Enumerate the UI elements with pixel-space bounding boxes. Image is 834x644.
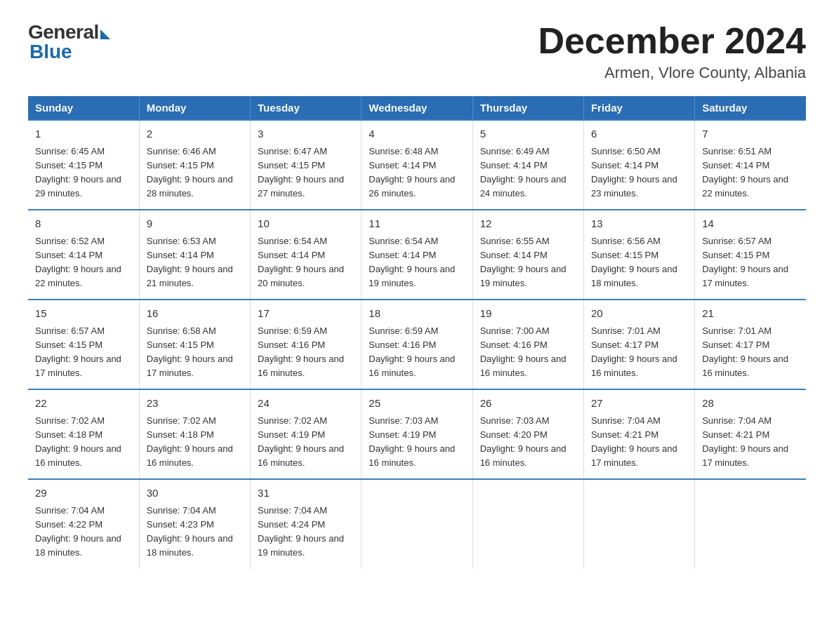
day-number: 27: [591, 396, 687, 412]
day-number: 18: [369, 306, 465, 322]
day-info: Sunrise: 6:59 AMSunset: 4:16 PMDaylight:…: [369, 324, 465, 381]
day-number: 6: [591, 126, 687, 142]
calendar-cell: [695, 479, 806, 568]
header-wednesday: Wednesday: [362, 96, 472, 120]
calendar-cell: 4Sunrise: 6:48 AMSunset: 4:14 PMDaylight…: [362, 120, 472, 210]
day-number: 11: [369, 216, 465, 232]
day-info: Sunrise: 7:03 AMSunset: 4:20 PMDaylight:…: [480, 414, 576, 471]
day-info: Sunrise: 6:57 AMSunset: 4:15 PMDaylight:…: [35, 324, 132, 381]
day-info: Sunrise: 7:04 AMSunset: 4:21 PMDaylight:…: [702, 414, 799, 471]
day-info: Sunrise: 6:51 AMSunset: 4:14 PMDaylight:…: [702, 145, 799, 201]
calendar-cell: 13Sunrise: 6:56 AMSunset: 4:15 PMDayligh…: [583, 210, 694, 300]
calendar-cell: [472, 479, 583, 568]
day-info: Sunrise: 7:02 AMSunset: 4:18 PMDaylight:…: [35, 414, 132, 471]
calendar-cell: 19Sunrise: 7:00 AMSunset: 4:16 PMDayligh…: [472, 300, 583, 389]
calendar-cell: 24Sunrise: 7:02 AMSunset: 4:19 PMDayligh…: [251, 389, 362, 479]
day-number: 10: [258, 216, 354, 232]
header-thursday: Thursday: [472, 96, 583, 120]
calendar-cell: [362, 479, 472, 568]
day-info: Sunrise: 7:02 AMSunset: 4:18 PMDaylight:…: [147, 414, 243, 471]
day-info: Sunrise: 6:55 AMSunset: 4:14 PMDaylight:…: [480, 234, 576, 291]
calendar-cell: 5Sunrise: 6:49 AMSunset: 4:14 PMDaylight…: [472, 120, 583, 210]
week-row-4: 22Sunrise: 7:02 AMSunset: 4:18 PMDayligh…: [28, 389, 806, 479]
week-row-3: 15Sunrise: 6:57 AMSunset: 4:15 PMDayligh…: [28, 300, 806, 389]
header-monday: Monday: [139, 96, 250, 120]
logo-triangle-icon: [100, 29, 110, 39]
calendar-cell: 3Sunrise: 6:47 AMSunset: 4:15 PMDaylight…: [251, 120, 362, 210]
title-block: December 2024 Armen, Vlore County, Alban…: [538, 21, 806, 82]
calendar-body: 1Sunrise: 6:45 AMSunset: 4:15 PMDaylight…: [28, 120, 806, 568]
day-info: Sunrise: 6:47 AMSunset: 4:15 PMDaylight:…: [258, 145, 354, 201]
day-info: Sunrise: 7:04 AMSunset: 4:24 PMDaylight:…: [258, 504, 354, 561]
day-number: 31: [258, 485, 354, 502]
day-number: 9: [147, 216, 243, 232]
calendar-cell: 30Sunrise: 7:04 AMSunset: 4:23 PMDayligh…: [139, 479, 250, 568]
header-row: SundayMondayTuesdayWednesdayThursdayFrid…: [28, 96, 806, 120]
day-info: Sunrise: 7:01 AMSunset: 4:17 PMDaylight:…: [702, 324, 799, 381]
day-info: Sunrise: 6:58 AMSunset: 4:15 PMDaylight:…: [147, 324, 243, 381]
calendar-cell: 6Sunrise: 6:50 AMSunset: 4:14 PMDaylight…: [583, 120, 694, 210]
day-info: Sunrise: 6:48 AMSunset: 4:14 PMDaylight:…: [369, 145, 465, 201]
day-number: 8: [35, 216, 132, 232]
day-number: 1: [35, 126, 132, 142]
day-info: Sunrise: 7:02 AMSunset: 4:19 PMDaylight:…: [258, 414, 354, 471]
calendar-cell: 16Sunrise: 6:58 AMSunset: 4:15 PMDayligh…: [139, 300, 250, 389]
month-title: December 2024: [538, 21, 806, 61]
day-info: Sunrise: 6:49 AMSunset: 4:14 PMDaylight:…: [480, 145, 576, 201]
calendar-cell: [583, 479, 694, 568]
day-number: 17: [258, 306, 354, 322]
calendar-cell: 21Sunrise: 7:01 AMSunset: 4:17 PMDayligh…: [695, 300, 806, 389]
calendar-cell: 26Sunrise: 7:03 AMSunset: 4:20 PMDayligh…: [472, 389, 583, 479]
day-info: Sunrise: 6:57 AMSunset: 4:15 PMDaylight:…: [702, 234, 799, 291]
day-number: 20: [591, 306, 687, 322]
day-number: 23: [147, 396, 243, 412]
header-friday: Friday: [583, 96, 694, 120]
week-row-2: 8Sunrise: 6:52 AMSunset: 4:14 PMDaylight…: [28, 210, 806, 300]
calendar-cell: 27Sunrise: 7:04 AMSunset: 4:21 PMDayligh…: [583, 389, 694, 479]
day-info: Sunrise: 6:45 AMSunset: 4:15 PMDaylight:…: [35, 145, 132, 201]
calendar-cell: 8Sunrise: 6:52 AMSunset: 4:14 PMDaylight…: [28, 210, 139, 300]
day-info: Sunrise: 7:04 AMSunset: 4:23 PMDaylight:…: [147, 504, 243, 561]
day-info: Sunrise: 6:59 AMSunset: 4:16 PMDaylight:…: [258, 324, 354, 381]
day-number: 3: [258, 126, 354, 142]
header-sunday: Sunday: [28, 96, 139, 120]
calendar-cell: 20Sunrise: 7:01 AMSunset: 4:17 PMDayligh…: [583, 300, 694, 389]
calendar-cell: 29Sunrise: 7:04 AMSunset: 4:22 PMDayligh…: [28, 479, 139, 568]
day-info: Sunrise: 6:46 AMSunset: 4:15 PMDaylight:…: [147, 145, 243, 201]
day-number: 30: [147, 485, 243, 502]
day-number: 15: [35, 306, 132, 322]
day-info: Sunrise: 6:52 AMSunset: 4:14 PMDaylight:…: [35, 234, 132, 291]
calendar-cell: 1Sunrise: 6:45 AMSunset: 4:15 PMDaylight…: [28, 120, 139, 210]
calendar-cell: 22Sunrise: 7:02 AMSunset: 4:18 PMDayligh…: [28, 389, 139, 479]
day-number: 19: [480, 306, 576, 322]
calendar-cell: 15Sunrise: 6:57 AMSunset: 4:15 PMDayligh…: [28, 300, 139, 389]
calendar-cell: 12Sunrise: 6:55 AMSunset: 4:14 PMDayligh…: [472, 210, 583, 300]
day-number: 2: [147, 126, 243, 142]
header-saturday: Saturday: [695, 96, 806, 120]
day-number: 28: [702, 396, 799, 412]
day-number: 24: [258, 396, 354, 412]
calendar-cell: 31Sunrise: 7:04 AMSunset: 4:24 PMDayligh…: [251, 479, 362, 568]
day-number: 25: [369, 396, 465, 412]
day-number: 14: [702, 216, 799, 232]
calendar-table: SundayMondayTuesdayWednesdayThursdayFrid…: [28, 96, 806, 568]
day-number: 21: [702, 306, 799, 322]
day-info: Sunrise: 7:00 AMSunset: 4:16 PMDaylight:…: [480, 324, 576, 381]
header-tuesday: Tuesday: [251, 96, 362, 120]
calendar-cell: 11Sunrise: 6:54 AMSunset: 4:14 PMDayligh…: [362, 210, 472, 300]
day-info: Sunrise: 6:50 AMSunset: 4:14 PMDaylight:…: [591, 145, 687, 201]
day-number: 5: [480, 126, 576, 142]
day-number: 7: [702, 126, 799, 142]
day-info: Sunrise: 6:54 AMSunset: 4:14 PMDaylight:…: [258, 234, 354, 291]
day-number: 16: [147, 306, 243, 322]
calendar-cell: 14Sunrise: 6:57 AMSunset: 4:15 PMDayligh…: [695, 210, 806, 300]
location-subtitle: Armen, Vlore County, Albania: [538, 64, 806, 82]
day-number: 13: [591, 216, 687, 232]
calendar-header: SundayMondayTuesdayWednesdayThursdayFrid…: [28, 96, 806, 120]
calendar-cell: 7Sunrise: 6:51 AMSunset: 4:14 PMDaylight…: [695, 120, 806, 210]
calendar-cell: 25Sunrise: 7:03 AMSunset: 4:19 PMDayligh…: [362, 389, 472, 479]
page-header: General Blue December 2024 Armen, Vlore …: [28, 21, 806, 82]
day-info: Sunrise: 6:56 AMSunset: 4:15 PMDaylight:…: [591, 234, 687, 291]
calendar-cell: 9Sunrise: 6:53 AMSunset: 4:14 PMDaylight…: [139, 210, 250, 300]
day-number: 29: [35, 485, 132, 502]
